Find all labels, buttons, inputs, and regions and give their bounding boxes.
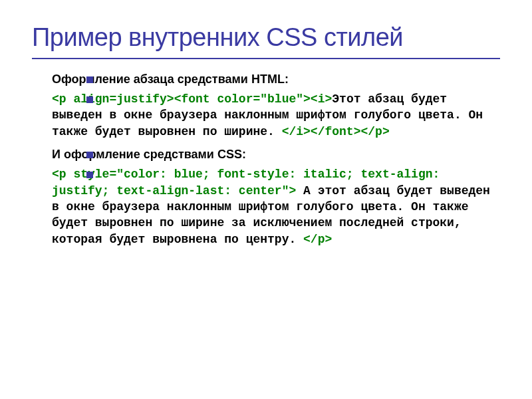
section-2: И оформление средствами CSS: <box>52 146 493 162</box>
section-1: Оформление абзаца средствами HTML: <box>52 71 493 87</box>
code-block-1: <p align=justify><font color="blue"><i>Э… <box>52 91 493 140</box>
section-2-code: <p style="color: blue; font-style: itali… <box>52 166 493 247</box>
bullet-icon <box>86 152 93 158</box>
section-1-code: <p align=justify><font color="blue"><i>Э… <box>52 91 493 140</box>
code-close-2: </p> <box>303 233 332 246</box>
title-divider <box>32 58 500 59</box>
section1-heading: Оформление абзаца средствами HTML: <box>52 71 493 87</box>
section2-heading: И оформление средствами CSS: <box>52 146 493 162</box>
bullet-icon <box>86 76 93 83</box>
code-open-1: <p align=justify><font color="blue"><i> <box>52 92 332 106</box>
slide-title: Пример внутренних CSS стилей <box>32 23 500 53</box>
slide-body: Оформление абзаца средствами HTML: <p al… <box>32 71 500 247</box>
code-block-2: <p style="color: blue; font-style: itali… <box>52 166 493 247</box>
code-close-1: </i></font></p> <box>282 125 390 138</box>
bullet-icon <box>86 172 93 178</box>
bullet-icon <box>86 96 93 103</box>
slide-container: Пример внутренних CSS стилей Оформление … <box>0 0 532 267</box>
